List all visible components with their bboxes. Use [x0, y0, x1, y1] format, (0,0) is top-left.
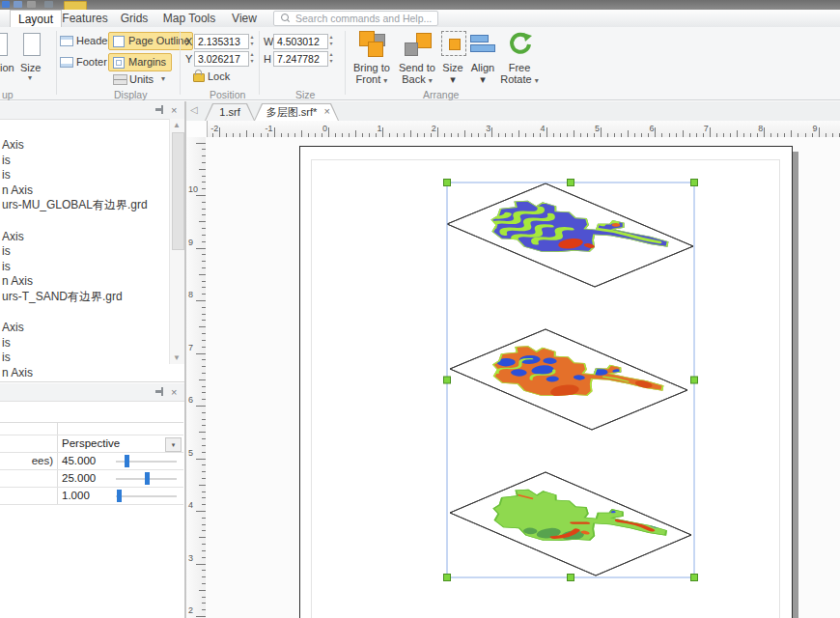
width-field[interactable]: 4.503012: [273, 34, 328, 49]
tab-close-icon[interactable]: ×: [324, 105, 330, 117]
size-arrange-icon: [441, 31, 466, 56]
units-icon: [113, 74, 127, 85]
w-spinner[interactable]: ▴▾: [326, 34, 336, 47]
selection-handle[interactable]: [568, 575, 574, 581]
group-label-setup: up: [2, 89, 14, 100]
send-to-back-button[interactable]: Send to Back ▾: [395, 29, 439, 89]
tree-item[interactable]: Axis: [2, 321, 24, 335]
group-label-display: Display: [114, 89, 147, 100]
scroll-up-icon[interactable]: ▲: [173, 121, 181, 129]
tree-item[interactable]: Axis: [2, 138, 24, 153]
rotation-slider[interactable]: [125, 455, 129, 467]
tilt-slider[interactable]: [145, 472, 150, 485]
print-icon[interactable]: [27, 1, 36, 8]
fov-slider[interactable]: [117, 490, 122, 502]
ruler-number: -1: [266, 124, 273, 133]
contents-tree: Axisisisn Axisurs-MU_GLOBAL有边界.grdAxisis…: [0, 119, 169, 381]
search-input[interactable]: Search commands and Help...: [273, 11, 438, 26]
rotation-value[interactable]: 45.000: [62, 453, 96, 469]
ruler-number: 5: [188, 448, 193, 458]
ruler-number: 8: [758, 124, 763, 133]
orientation-icon[interactable]: [0, 33, 8, 56]
height-field[interactable]: 7.247782: [273, 51, 328, 67]
h-spinner[interactable]: ▴▾: [326, 51, 336, 65]
ruler-number: 8: [188, 290, 193, 299]
orientation-label[interactable]: ion: [0, 62, 14, 73]
horizontal-ruler[interactable]: -2-10123456789: [208, 121, 840, 138]
selection-handle[interactable]: [444, 180, 451, 186]
page-size-label[interactable]: Size: [20, 62, 41, 73]
close-icon[interactable]: ×: [171, 105, 177, 115]
page-size-icon[interactable]: [23, 33, 41, 56]
page-outline-icon: [113, 36, 125, 47]
tree-item[interactable]: urs-MU_GLOBAL有边界.grd: [2, 198, 148, 212]
map-object-mu-global: [447, 183, 693, 287]
margins-icon: [113, 57, 125, 69]
free-rotate-button[interactable]: Free Rotate ▾: [500, 29, 539, 89]
tab-view[interactable]: View: [226, 10, 263, 27]
left-panel-column: × Axisisisn Axisurs-MU_GLOBAL有边界.grdAxis…: [0, 101, 184, 618]
doc-tab-1srf[interactable]: 1.srf: [205, 103, 255, 121]
app-icon[interactable]: [2, 1, 10, 8]
tree-item[interactable]: is: [2, 260, 11, 274]
pin-icon[interactable]: [155, 387, 164, 396]
ribbon: ion Size ▾ up Header Footer Page Outline…: [0, 27, 840, 100]
tab-map-tools[interactable]: Map Tools: [157, 10, 221, 27]
tree-item[interactable]: is: [2, 168, 11, 183]
fov-value[interactable]: 1.000: [62, 488, 90, 504]
property-row-rotation: ees) 45.000: [0, 453, 183, 470]
undo-icon[interactable]: [44, 1, 53, 8]
selection-handle[interactable]: [691, 377, 698, 383]
contents-scrollbar[interactable]: ▲ ▼: [169, 119, 184, 364]
size-arrange-button[interactable]: Size ▾: [440, 29, 465, 89]
tilt-value[interactable]: 25.000: [62, 470, 96, 487]
tree-item[interactable]: is: [2, 154, 11, 168]
projection-dropdown[interactable]: ▾: [165, 437, 182, 452]
ruler-number: 6: [188, 395, 193, 405]
properties-table: Perspective ▾ ees) 45.000 25.000 1.000: [0, 422, 183, 505]
tree-item[interactable]: urs-T_SAND有边界.grd: [2, 290, 123, 304]
align-icon: [470, 33, 495, 54]
selection-handle[interactable]: [444, 575, 451, 581]
tree-item[interactable]: n Axis: [2, 183, 33, 198]
ruler-corner: [186, 121, 208, 138]
w-label: W: [264, 36, 273, 47]
scroll-down-icon[interactable]: ▼: [173, 353, 181, 362]
tree-item[interactable]: is: [2, 244, 11, 259]
group-label-size: Size: [295, 89, 315, 100]
chevron-down-icon[interactable]: ▾: [28, 73, 32, 82]
selection-handle[interactable]: [691, 575, 698, 581]
bring-to-front-icon: [357, 31, 386, 58]
selection-handle[interactable]: [568, 180, 574, 186]
selection-handle[interactable]: [444, 377, 451, 383]
tab-nav-left-icon[interactable]: ◁: [190, 104, 198, 115]
bring-to-front-button[interactable]: Bring to Front ▾: [350, 29, 393, 89]
tab-grids[interactable]: Grids: [114, 10, 154, 27]
new-icon[interactable]: [14, 1, 22, 8]
y-position-field[interactable]: 3.026217: [194, 51, 249, 67]
close-icon[interactable]: ×: [171, 387, 177, 397]
align-button[interactable]: Align ▾: [467, 29, 498, 89]
pin-icon[interactable]: [155, 105, 164, 114]
tab-features[interactable]: Features: [62, 10, 108, 27]
tree-item[interactable]: is: [2, 351, 11, 365]
scroll-thumb[interactable]: [172, 132, 184, 250]
tree-item[interactable]: is: [2, 336, 11, 351]
ruler-number: 7: [704, 124, 709, 133]
x-position-field[interactable]: 2.135313: [194, 34, 249, 49]
layout-canvas[interactable]: [206, 137, 840, 618]
map-object-bottom: [450, 472, 691, 576]
y-spinner[interactable]: ▴▾: [247, 51, 257, 65]
send-to-back-icon: [403, 31, 432, 58]
tab-layout[interactable]: Layout: [10, 10, 62, 28]
tree-item[interactable]: Axis: [2, 230, 24, 244]
vertical-ruler[interactable]: 1098765432: [186, 137, 207, 618]
property-row-tilt: 25.000: [0, 470, 183, 488]
tree-item[interactable]: n Axis: [2, 366, 33, 380]
h-label: H: [264, 53, 271, 65]
x-spinner[interactable]: ▴▾: [247, 34, 257, 47]
tree-item[interactable]: n Axis: [2, 274, 33, 289]
selection-handle[interactable]: [691, 180, 698, 186]
doc-tab-multilayer[interactable]: 多层图.srf* ×: [254, 103, 339, 121]
margins-button[interactable]: Margins: [108, 53, 172, 71]
